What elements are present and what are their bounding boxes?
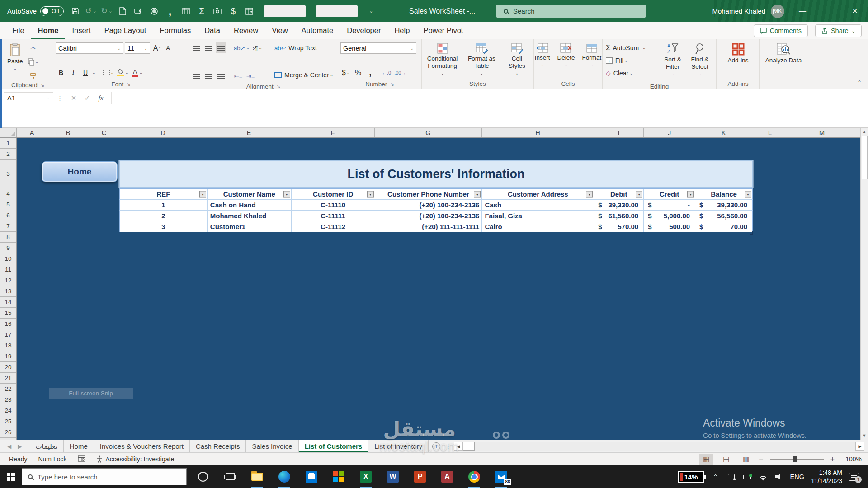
chrome-icon[interactable] <box>461 465 488 488</box>
redo-icon[interactable]: ↻⌄ <box>102 7 111 16</box>
mail-icon[interactable]: 88 <box>488 465 515 488</box>
ribbon-tab-page-layout[interactable]: Page Layout <box>98 22 153 39</box>
fill-button[interactable]: ↓Fill⌄ <box>605 55 658 66</box>
share-button[interactable]: Share ⌄ <box>815 24 862 37</box>
taskbar-search-box[interactable]: Type here to search <box>22 468 187 485</box>
conditional-formatting-button[interactable]: Conditional Formatting⌄ <box>425 42 461 77</box>
ribbon-tab-view[interactable]: View <box>265 22 294 39</box>
sheet-nav-right-icon[interactable]: ▶ <box>18 443 22 450</box>
quick-access-box[interactable] <box>316 5 358 17</box>
row-header-8[interactable]: 8 <box>0 232 16 243</box>
clear-button[interactable]: ◇Clear⌄ <box>605 68 658 79</box>
vertical-scrollbar[interactable]: ▲ ▼ <box>860 128 868 440</box>
column-header-K[interactable]: K <box>695 128 752 137</box>
scroll-right-icon[interactable]: ▶ <box>855 442 864 451</box>
filter-dropdown-icon[interactable]: ▼ <box>199 191 206 197</box>
align-left-icon[interactable] <box>191 70 202 81</box>
table-resize-handle[interactable] <box>750 231 753 235</box>
filter-dropdown-icon[interactable]: ▼ <box>283 191 290 197</box>
column-header-F[interactable]: F <box>291 128 375 137</box>
excel-icon[interactable]: X <box>352 465 379 488</box>
row-header-6[interactable]: 6 <box>0 210 16 221</box>
flash-fill-icon[interactable] <box>134 7 143 16</box>
ribbon-tab-data[interactable]: Data <box>198 22 227 39</box>
dialog-launcher-icon[interactable]: ↘ <box>41 83 44 88</box>
percent-style-button[interactable]: % <box>353 67 363 78</box>
start-button[interactable] <box>0 465 22 488</box>
row-header-23[interactable]: 23 <box>0 394 16 405</box>
edge-icon[interactable] <box>271 465 298 488</box>
zoom-slider[interactable] <box>770 459 824 460</box>
borders-button[interactable]: ⌄ <box>102 67 115 78</box>
zoom-level[interactable]: 100% <box>841 455 862 463</box>
action-center-icon[interactable]: 1 <box>849 473 859 481</box>
taskbar-clock[interactable]: 1:48 AM 11/14/2023 <box>811 469 842 485</box>
row-header-22[interactable]: 22 <box>0 384 16 394</box>
paste-button[interactable]: Paste⌄ <box>5 42 25 73</box>
decrease-decimal-button[interactable]: .00→ <box>393 67 407 78</box>
quick-access-box[interactable] <box>264 5 306 17</box>
column-header-B[interactable]: B <box>47 128 89 137</box>
formula-input[interactable] <box>111 92 868 104</box>
column-header-I[interactable]: I <box>594 128 644 137</box>
ribbon-tab-help[interactable]: Help <box>387 22 416 39</box>
row-header-16[interactable]: 16 <box>0 319 16 329</box>
find-select-button[interactable]: Find & Select⌄ <box>687 42 712 78</box>
ribbon-tab-insert[interactable]: Insert <box>65 22 97 39</box>
row-header-1[interactable]: 1 <box>0 138 16 149</box>
paragraph-direction-button[interactable]: ›¶⌄ <box>252 42 263 53</box>
column-header-L[interactable]: L <box>752 128 788 137</box>
money-cell[interactable]: $5,000.00 <box>644 211 695 221</box>
scroll-down-icon[interactable]: ▼ <box>861 432 868 440</box>
horizontal-scroll-thumb[interactable] <box>463 442 475 451</box>
ribbon-display-options-button[interactable] <box>763 0 789 22</box>
comma-icon[interactable]: , <box>165 7 175 16</box>
titlebar-search-box[interactable]: Search <box>496 5 646 18</box>
row-header-26[interactable]: 26 <box>0 427 16 438</box>
row-header-12[interactable]: 12 <box>0 275 16 286</box>
page-layout-view-button[interactable]: ▤ <box>719 454 733 465</box>
number-format-combo[interactable]: General⌄ <box>340 42 416 54</box>
sheet-tab-cash-receipts[interactable]: Cash Receipts <box>190 440 246 452</box>
money-cell[interactable]: $570.00 <box>594 221 644 232</box>
column-header-A[interactable]: A <box>17 128 47 137</box>
money-cell[interactable]: $70.00 <box>695 221 752 232</box>
accessibility-status[interactable]: Accessibility: Investigate <box>106 455 175 463</box>
wifi-icon[interactable] <box>759 472 768 481</box>
align-right-icon[interactable] <box>216 70 226 81</box>
filter-dropdown-icon[interactable]: ▼ <box>474 191 481 197</box>
sheet-cells[interactable]: Home List of Customers' Information REF▼… <box>17 138 860 440</box>
autosum-button[interactable]: ΣAutoSum⌄ <box>605 42 658 53</box>
customer-id-cell[interactable]: C-11110 <box>292 200 375 210</box>
customer-id-cell[interactable]: C-11111 <box>292 211 375 221</box>
customer-phone-cell[interactable]: (+20) 100-234-2136 <box>375 211 482 221</box>
customer-address-cell[interactable]: Cash <box>482 200 594 210</box>
select-all-corner[interactable] <box>0 128 17 137</box>
row-header-2[interactable]: 2 <box>0 149 16 160</box>
office-icon[interactable] <box>325 465 352 488</box>
row-header-9[interactable]: 9 <box>0 243 16 253</box>
save-icon[interactable] <box>71 7 80 16</box>
delete-cells-button[interactable]: Delete⌄ <box>555 42 577 69</box>
macro-record-icon[interactable] <box>78 455 85 463</box>
sort-filter-button[interactable]: AZ Sort & Filter⌄ <box>660 42 685 78</box>
record-icon[interactable] <box>150 7 159 16</box>
filter-dropdown-icon[interactable]: ▼ <box>636 191 642 197</box>
underline-chevron[interactable]: ⌄ <box>92 70 96 75</box>
new-file-icon[interactable] <box>118 7 127 16</box>
autosave-toggle[interactable]: Off <box>40 6 64 16</box>
battery-tray-icon[interactable] <box>743 472 752 481</box>
enter-entry-icon[interactable]: ✓ <box>80 94 94 102</box>
ref-cell[interactable]: 3 <box>120 221 208 232</box>
qat-overflow-chevron-icon[interactable]: ⌄ <box>369 8 373 14</box>
meet-now-icon[interactable] <box>727 472 736 481</box>
column-header-D[interactable]: D <box>119 128 207 137</box>
task-view-icon[interactable] <box>217 465 244 488</box>
row-header-4[interactable]: 4 <box>0 188 16 199</box>
ribbon-tab-formulas[interactable]: Formulas <box>153 22 198 39</box>
tray-chevron-icon[interactable]: ⌃ <box>711 472 720 481</box>
underline-button[interactable]: U <box>80 67 91 78</box>
align-bottom-icon[interactable] <box>216 42 226 53</box>
font-size-combo[interactable]: 11⌄ <box>125 42 150 54</box>
column-header-J[interactable]: J <box>644 128 695 137</box>
